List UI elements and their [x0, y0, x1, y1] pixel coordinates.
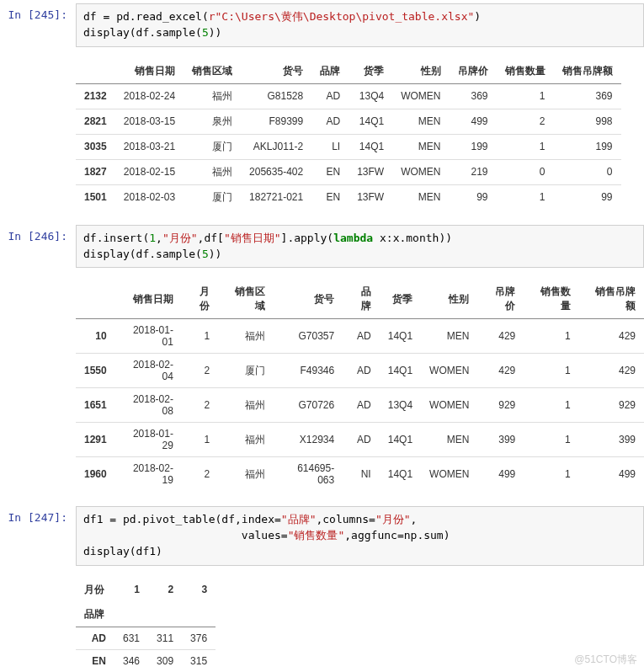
cell: 429: [477, 319, 524, 354]
cell: WOMEN: [392, 159, 449, 184]
code-string: "月份": [375, 513, 411, 525]
cell: 182721-021: [241, 184, 311, 210]
prompt-in-247: In [247]:: [0, 506, 76, 566]
cell: 福州: [218, 319, 273, 354]
cell: 99: [450, 184, 497, 210]
cell: AKLJ011-2: [241, 134, 311, 159]
output-cell-247: 月份 1 2 3 品牌 AD631311376EN346309315LI2331…: [0, 569, 644, 672]
code-text: x:x.month)): [373, 232, 452, 244]
cell: 福州: [218, 423, 273, 457]
cell: 2: [182, 354, 218, 388]
code-string: "销售数量": [288, 529, 345, 541]
cell: 429: [477, 354, 524, 388]
cell: AD: [343, 319, 379, 354]
th-rowname: 品牌: [76, 602, 114, 627]
pivot-row-header: 品牌: [76, 602, 216, 627]
cell: 厦门: [218, 354, 273, 388]
cell: 1: [524, 354, 578, 388]
code-text: ,: [411, 513, 418, 525]
cell: AD: [343, 423, 379, 457]
cell: 2: [182, 457, 218, 492]
code-input-246[interactable]: df.insert(1,"月份",df["销售日期"].apply(lambda…: [76, 225, 644, 269]
row-index: 3035: [76, 134, 115, 159]
output-cell-246: 销售日期 月份 销售区域 货号 品牌 货季 性别 吊牌价 销售数量 销售吊牌额 …: [0, 271, 644, 503]
prompt-out-247: [0, 573, 76, 672]
cell: 369: [450, 83, 497, 109]
cell: 13FW: [349, 159, 392, 184]
cell: WOMEN: [421, 388, 477, 423]
row-index: 1651: [76, 388, 115, 423]
row-index: AD: [76, 627, 114, 649]
th: 品牌: [311, 59, 349, 84]
code-text: display(df.sample(: [83, 248, 202, 260]
cell: 2018-02-04: [115, 354, 182, 388]
code-text: df1 = pd.pivot_table(df,index=: [83, 513, 281, 525]
code-text: df = pd.read_excel(: [83, 10, 209, 23]
cell: MEN: [421, 423, 477, 457]
th-colname: 月份: [76, 578, 114, 602]
row-index: 2821: [76, 109, 115, 134]
code-input-247[interactable]: df1 = pd.pivot_table(df,index="品牌",colum…: [76, 506, 644, 566]
cell: X12934: [274, 423, 343, 457]
th: 货号: [274, 280, 343, 319]
cell: 2018-02-03: [115, 184, 184, 210]
cell: 1: [524, 319, 578, 354]
table-header-row: 销售日期 月份 销售区域 货号 品牌 货季 性别 吊牌价 销售数量 销售吊牌额: [76, 280, 644, 319]
cell: 14Q1: [349, 134, 392, 159]
output-area-246: 销售日期 月份 销售区域 货号 品牌 货季 性别 吊牌价 销售数量 销售吊牌额 …: [76, 275, 644, 499]
cell: 219: [450, 159, 497, 184]
row-index: 1291: [76, 423, 115, 457]
cell: 315: [182, 649, 216, 672]
table-header-row: 销售日期 销售区域 货号 品牌 货季 性别 吊牌价 销售数量 销售吊牌额: [76, 59, 621, 84]
cell: 429: [579, 354, 644, 388]
prompt-in-245: In [245]:: [0, 3, 76, 47]
output-cell-245: 销售日期 销售区域 货号 品牌 货季 性别 吊牌价 销售数量 销售吊牌额 213…: [0, 51, 644, 221]
cell: MEN: [392, 109, 449, 134]
th-blank: [182, 602, 216, 627]
cell: MEN: [392, 134, 449, 159]
cell: 199: [554, 134, 621, 159]
cell: 厦门: [184, 134, 241, 159]
th: 货季: [349, 59, 392, 84]
table-row: 18272018-02-15福州205635-402EN13FWWOMEN219…: [76, 159, 621, 184]
cell: 14Q1: [380, 423, 421, 457]
row-index: 1827: [76, 159, 115, 184]
cell: 2: [497, 109, 554, 134]
cell: 399: [579, 423, 644, 457]
cell: 499: [579, 457, 644, 492]
cell: 369: [554, 83, 621, 109]
code-string: r"C:\Users\黄伟\Desktop\pivot_table.xlsx": [209, 10, 475, 23]
cell: 2018-02-19: [115, 457, 182, 492]
code-text: ,columns=: [316, 513, 375, 525]
output-area-247: 月份 1 2 3 品牌 AD631311376EN346309315LI2331…: [76, 573, 644, 672]
code-input-245[interactable]: df = pd.read_excel(r"C:\Users\黄伟\Desktop…: [76, 3, 644, 47]
cell: WOMEN: [392, 83, 449, 109]
cell: 346: [114, 649, 148, 672]
table-row: 15012018-02-03厦门182721-021EN13FWMEN99199: [76, 184, 621, 210]
cell: 2018-02-08: [115, 388, 182, 423]
th: 吊牌价: [477, 280, 524, 319]
cell: 厦门: [184, 184, 241, 210]
cell: 2018-03-21: [115, 134, 184, 159]
cell: MEN: [392, 184, 449, 210]
table-row: AD631311376: [76, 627, 216, 649]
dataframe-table-1: 销售日期 销售区域 货号 品牌 货季 性别 吊牌价 销售数量 销售吊牌额 213…: [76, 59, 621, 210]
code-keyword: lambda: [333, 232, 373, 244]
cell: 2018-02-15: [115, 159, 184, 184]
th: 货号: [241, 59, 311, 84]
cell: 1: [497, 134, 554, 159]
cell: AD: [311, 109, 349, 134]
cell: 1: [182, 319, 218, 354]
code-text: display(df.sample(: [83, 26, 202, 39]
code-text: df.insert(: [83, 232, 149, 244]
th: [76, 280, 115, 319]
cell: 14Q1: [380, 319, 421, 354]
cell: 1: [182, 423, 218, 457]
cell: 399: [477, 423, 524, 457]
cell: 929: [477, 388, 524, 423]
cell: AD: [343, 388, 379, 423]
table-row: 15502018-02-042厦门F49346AD14Q1WOMEN429142…: [76, 354, 644, 388]
cell: 1: [497, 83, 554, 109]
row-index: EN: [76, 649, 114, 672]
cell: 205635-402: [241, 159, 311, 184]
